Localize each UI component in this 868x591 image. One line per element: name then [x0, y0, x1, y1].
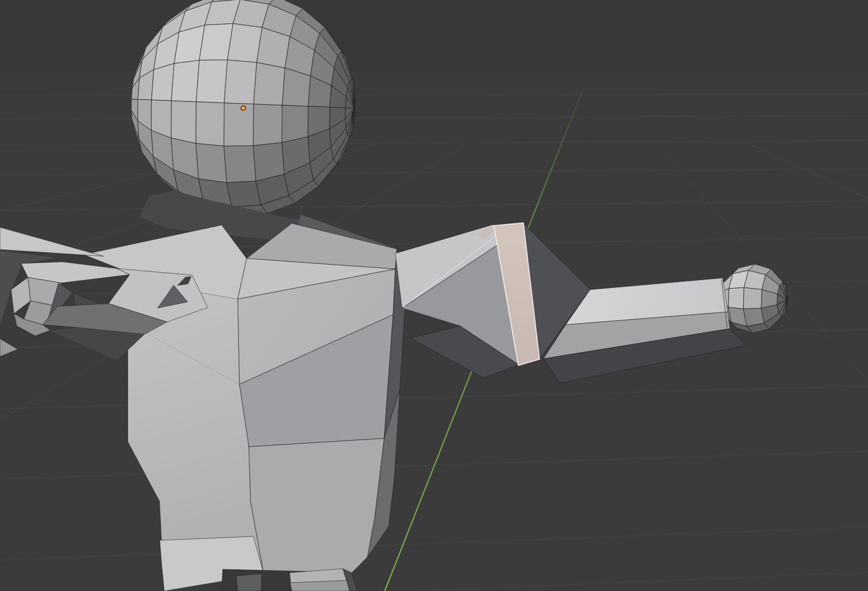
mesh-face	[196, 143, 227, 182]
mesh-face	[728, 287, 744, 309]
character-legs[interactable]	[222, 569, 357, 591]
mesh-face	[253, 143, 285, 181]
mesh-face	[743, 287, 762, 309]
left-leg-face	[236, 574, 262, 591]
blender-3d-viewport[interactable]	[0, 0, 868, 591]
mesh-face	[224, 60, 257, 104]
mesh-face	[224, 146, 256, 183]
viewport-canvas[interactable]	[0, 0, 868, 591]
bottom-center-right	[249, 438, 384, 574]
mesh-face	[253, 62, 285, 105]
mesh-face	[282, 105, 308, 143]
mesh-face	[227, 23, 262, 62]
object-origin-dot	[241, 105, 246, 111]
mesh-face	[224, 103, 253, 146]
mesh-face	[171, 101, 196, 143]
origin-dot-core	[242, 106, 245, 110]
mesh-face	[196, 102, 224, 146]
mesh-face	[151, 64, 174, 101]
mesh-face	[253, 104, 282, 146]
mesh-face	[171, 60, 199, 102]
mesh-face	[227, 181, 261, 207]
horizon-dark-band	[0, 0, 868, 71]
mesh-face	[196, 60, 227, 103]
mesh-face	[743, 308, 764, 326]
